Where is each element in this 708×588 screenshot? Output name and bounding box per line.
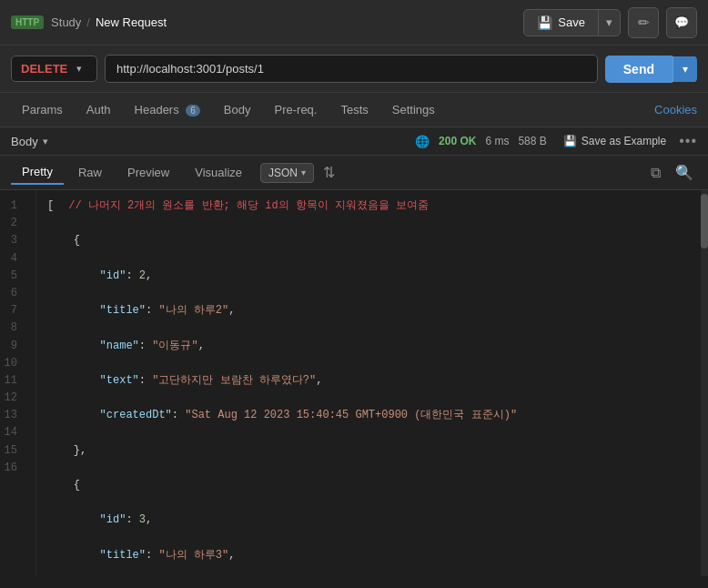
tab-params[interactable]: Params xyxy=(11,97,74,122)
tab-raw[interactable]: Raw xyxy=(67,161,113,184)
save-label: Save xyxy=(558,15,585,29)
http-badge: HTTP xyxy=(11,15,44,29)
tab-auth[interactable]: Auth xyxy=(76,97,122,122)
search-button[interactable]: 🔍 xyxy=(672,160,697,185)
top-bar: HTTP Study / New Request 💾 Save ▾ ✏ 💬 xyxy=(0,0,708,46)
save-example-label: Save as Example xyxy=(582,135,666,147)
body-label[interactable]: Body ▾ xyxy=(11,135,48,148)
viewer-tabs: Pretty Raw Preview Visualize JSON ▾ ⇅ ⧉ … xyxy=(0,156,708,190)
line-numbers: 12345678910111213141516 xyxy=(0,190,36,576)
status-ok: 200 OK xyxy=(439,135,476,147)
tab-visualize[interactable]: Visualize xyxy=(184,161,253,184)
request-name: New Request xyxy=(96,15,167,29)
save-button-group: 💾 Save ▾ xyxy=(523,9,621,36)
tab-preview[interactable]: Preview xyxy=(116,161,180,184)
method-dropdown-icon: ▾ xyxy=(76,63,82,75)
tab-prereq[interactable]: Pre-req. xyxy=(264,97,329,122)
comment-button[interactable]: 💬 xyxy=(666,7,697,38)
copy-button[interactable]: ⧉ xyxy=(647,161,664,185)
nav-tabs: Params Auth Headers 6 Body Pre-req. Test… xyxy=(0,93,708,127)
format-dropdown-icon: ▾ xyxy=(301,167,306,177)
scrollbar-thumb[interactable] xyxy=(701,194,708,248)
save-example-button[interactable]: 💾 Save as Example xyxy=(563,135,666,147)
body-dropdown-icon: ▾ xyxy=(43,136,48,147)
status-size: 588 B xyxy=(518,135,546,147)
tab-body[interactable]: Body xyxy=(213,97,262,122)
status-pill: 🌐 200 OK 6 ms 588 B xyxy=(415,135,547,148)
url-bar: DELETE ▾ Send ▾ xyxy=(0,46,708,93)
viewer-actions: ⧉ 🔍 xyxy=(647,160,697,185)
body-subbar: Body ▾ 🌐 200 OK 6 ms 588 B 💾 Save as Exa… xyxy=(0,127,708,156)
method-label: DELETE xyxy=(21,62,67,76)
body-text: Body xyxy=(11,135,38,148)
url-input[interactable] xyxy=(105,55,598,83)
breadcrumb: Study / New Request xyxy=(51,15,167,29)
code-area: 12345678910111213141516 [// 나머지 2개의 원소를 … xyxy=(0,190,708,576)
tab-pretty[interactable]: Pretty xyxy=(11,160,64,185)
send-button[interactable]: Send xyxy=(605,56,673,83)
send-button-group: Send ▾ xyxy=(605,56,697,83)
format-label: JSON xyxy=(268,167,298,179)
save-example-icon: 💾 xyxy=(563,135,577,147)
tab-settings[interactable]: Settings xyxy=(381,97,446,122)
save-dropdown-button[interactable]: ▾ xyxy=(598,10,620,35)
format-select[interactable]: JSON ▾ xyxy=(260,163,314,183)
scrollbar[interactable] xyxy=(701,190,708,576)
method-select[interactable]: DELETE ▾ xyxy=(11,56,97,82)
edit-button[interactable]: ✏ xyxy=(628,7,659,38)
comment-icon: 💬 xyxy=(674,15,689,29)
code-content[interactable]: [// 나머지 2개의 원소를 반환; 해당 id의 항목이 지워졌음을 보여줌… xyxy=(36,190,701,576)
edit-icon: ✏ xyxy=(638,15,650,31)
globe-icon: 🌐 xyxy=(415,135,430,148)
save-button[interactable]: 💾 Save xyxy=(524,10,598,35)
sort-icon[interactable]: ⇅ xyxy=(323,164,335,181)
send-dropdown-button[interactable]: ▾ xyxy=(673,56,697,82)
more-options-button[interactable]: ••• xyxy=(679,133,697,149)
tab-headers[interactable]: Headers 6 xyxy=(124,97,211,122)
status-time: 6 ms xyxy=(485,135,509,147)
headers-badge: 6 xyxy=(186,105,200,117)
project-name: Study xyxy=(51,15,81,29)
tab-tests[interactable]: Tests xyxy=(329,97,379,122)
top-bar-actions: 💾 Save ▾ ✏ 💬 xyxy=(523,7,697,38)
save-icon: 💾 xyxy=(537,15,552,30)
cookies-link[interactable]: Cookies xyxy=(654,103,697,117)
breadcrumb-separator: / xyxy=(86,15,90,29)
